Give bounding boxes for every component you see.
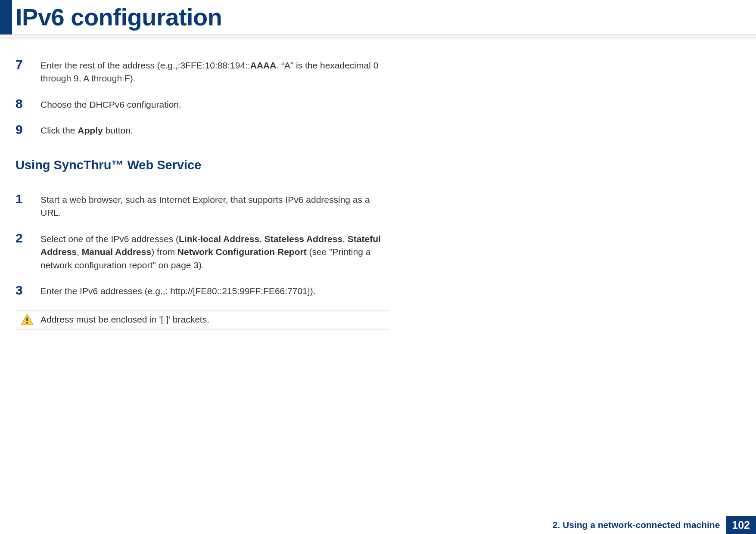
step-text: Choose the DHCPv6 configuration.: [40, 97, 181, 111]
plain-text: ) from: [151, 247, 177, 257]
step-row: 7Enter the rest of the address (e.g.,:3F…: [16, 58, 381, 85]
content-column: 7Enter the rest of the address (e.g.,:3F…: [0, 41, 396, 330]
step-text: Enter the IPv6 addresses (e.g.,: http://…: [40, 284, 316, 298]
step-row: 8Choose the DHCPv6 configuration.: [16, 97, 381, 111]
step-row: 2Select one of the IPv6 addresses (Link-…: [16, 232, 381, 272]
step-text: Start a web browser, such as Internet Ex…: [40, 192, 381, 220]
step-row: 1Start a web browser, such as Internet E…: [16, 192, 381, 220]
step-text: Click the Apply button.: [40, 123, 133, 137]
step-number: 3: [16, 284, 40, 297]
step-text: Select one of the IPv6 addresses (Link-l…: [40, 232, 381, 272]
footer-chapter: 2. Using a network-connected machine: [547, 516, 726, 534]
plain-text: Start a web browser, such as Internet Ex…: [40, 195, 370, 217]
bold-text: AAAA: [250, 60, 277, 70]
subheading-section: Using SyncThru™ Web Service: [16, 158, 381, 175]
plain-text: Click the: [40, 125, 78, 135]
plain-text: Choose the DHCPv6 configuration.: [40, 99, 181, 109]
note-text: Address must be enclosed in '[ ]' bracke…: [40, 314, 209, 325]
footer: 2. Using a network-connected machine 102: [547, 516, 756, 534]
plain-text: ,: [77, 247, 82, 257]
step-number: 7: [16, 58, 40, 71]
subheading-underline: [16, 175, 377, 175]
plain-text: button.: [103, 125, 133, 135]
note-box: Address must be enclosed in '[ ]' bracke…: [16, 310, 390, 330]
plain-text: ,: [342, 234, 348, 244]
step-number: 2: [16, 232, 40, 245]
title-shadow: [0, 37, 756, 41]
subheading-text: Using SyncThru™ Web Service: [16, 158, 381, 175]
step-number: 1: [16, 192, 40, 205]
step-row: 9Click the Apply button.: [16, 123, 381, 137]
bold-text: Link-local Address: [179, 234, 259, 244]
step-row: 3Enter the IPv6 addresses (e.g.,: http:/…: [16, 284, 381, 298]
page-root: IPv6 configuration 7Enter the rest of th…: [0, 0, 756, 534]
step-number: 9: [16, 123, 40, 136]
steps-top: 7Enter the rest of the address (e.g.,:3F…: [16, 58, 381, 137]
step-text: Enter the rest of the address (e.g.,:3FF…: [40, 58, 381, 85]
svg-point-2: [26, 322, 28, 324]
warning-icon: [21, 314, 34, 325]
footer-page-number: 102: [726, 516, 756, 534]
title-accent-block: [0, 0, 12, 34]
bold-text: Stateless Address: [264, 234, 342, 244]
svg-rect-1: [26, 318, 28, 321]
steps-bottom: 1Start a web browser, such as Internet E…: [16, 192, 381, 298]
bold-text: Manual Address: [82, 247, 151, 257]
bold-text: Network Configuration Report: [177, 247, 307, 257]
title-underline: [0, 34, 756, 35]
page-title: IPv6 configuration: [12, 0, 222, 34]
title-bar: IPv6 configuration: [0, 0, 756, 34]
step-number: 8: [16, 97, 40, 110]
plain-text: Enter the IPv6 addresses (e.g.,: http://…: [40, 286, 316, 296]
plain-text: ,: [259, 234, 264, 244]
bold-text: Apply: [78, 125, 103, 135]
plain-text: Enter the rest of the address (e.g.,:3FF…: [40, 60, 250, 70]
plain-text: Select one of the IPv6 addresses (: [40, 234, 179, 244]
